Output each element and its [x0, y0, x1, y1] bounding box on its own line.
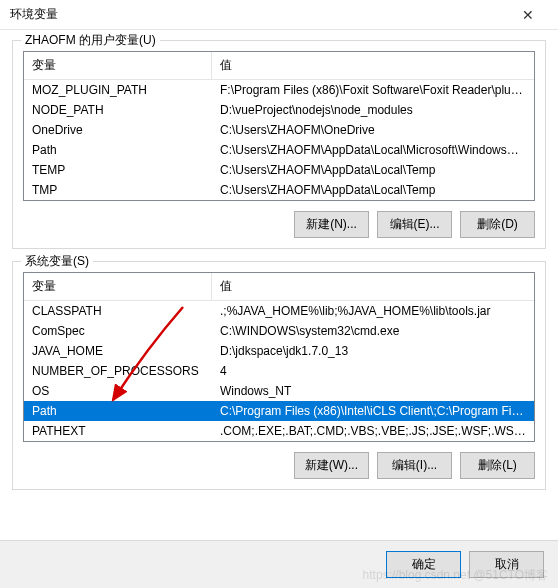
user-variables-table[interactable]: 变量 值 MOZ_PLUGIN_PATHF:\Program Files (x8…	[23, 51, 535, 201]
var-value-cell: C:\Users\ZHAOFM\AppData\Local\Microsoft\…	[212, 141, 534, 159]
titlebar: 环境变量 ✕	[0, 0, 558, 30]
var-value-cell: F:\Program Files (x86)\Foxit Software\Fo…	[212, 81, 534, 99]
table-row[interactable]: TEMPC:\Users\ZHAOFM\AppData\Local\Temp	[24, 160, 534, 180]
sys-new-button[interactable]: 新建(W)...	[294, 452, 369, 479]
var-name-cell: PATHEXT	[24, 422, 212, 440]
var-name-cell: OneDrive	[24, 121, 212, 139]
user-variables-label: ZHAOFM 的用户变量(U)	[21, 32, 160, 49]
var-name-cell: ComSpec	[24, 322, 212, 340]
column-header-variable[interactable]: 变量	[24, 273, 212, 300]
var-value-cell: C:\Users\ZHAOFM\AppData\Local\Temp	[212, 181, 534, 199]
var-name-cell: NODE_PATH	[24, 101, 212, 119]
var-value-cell: C:\Program Files (x86)\Intel\iCLS Client…	[212, 402, 534, 420]
user-new-button[interactable]: 新建(N)...	[294, 211, 369, 238]
user-vars-header: 变量 值	[24, 52, 534, 80]
var-name-cell: Path	[24, 141, 212, 159]
system-variables-table[interactable]: 变量 值 CLASSPATH.;%JAVA_HOME%\lib;%JAVA_HO…	[23, 272, 535, 442]
table-row[interactable]: NUMBER_OF_PROCESSORS4	[24, 361, 534, 381]
var-value-cell: .COM;.EXE;.BAT;.CMD;.VBS;.VBE;.JS;.JSE;.…	[212, 422, 534, 440]
table-row[interactable]: NODE_PATHD:\vueProject\nodejs\node_modul…	[24, 100, 534, 120]
var-name-cell: MOZ_PLUGIN_PATH	[24, 81, 212, 99]
var-value-cell: C:\Users\ZHAOFM\OneDrive	[212, 121, 534, 139]
table-row[interactable]: PathC:\Program Files (x86)\Intel\iCLS Cl…	[24, 401, 534, 421]
dialog-footer: 确定 取消	[0, 540, 558, 588]
table-row[interactable]: CLASSPATH.;%JAVA_HOME%\lib;%JAVA_HOME%\l…	[24, 301, 534, 321]
column-header-value[interactable]: 值	[212, 273, 534, 300]
var-value-cell: D:\vueProject\nodejs\node_modules	[212, 101, 534, 119]
var-name-cell: OS	[24, 382, 212, 400]
column-header-value[interactable]: 值	[212, 52, 534, 79]
cancel-button[interactable]: 取消	[469, 551, 544, 578]
content-area: ZHAOFM 的用户变量(U) 变量 值 MOZ_PLUGIN_PATHF:\P…	[0, 30, 558, 510]
sys-vars-header: 变量 值	[24, 273, 534, 301]
var-name-cell: Path	[24, 402, 212, 420]
table-row[interactable]: MOZ_PLUGIN_PATHF:\Program Files (x86)\Fo…	[24, 80, 534, 100]
var-name-cell: JAVA_HOME	[24, 342, 212, 360]
user-vars-buttons: 新建(N)... 编辑(E)... 删除(D)	[23, 211, 535, 238]
user-edit-button[interactable]: 编辑(E)...	[377, 211, 452, 238]
table-row[interactable]: OneDriveC:\Users\ZHAOFM\OneDrive	[24, 120, 534, 140]
close-icon: ✕	[522, 7, 534, 23]
table-row[interactable]: ComSpecC:\WINDOWS\system32\cmd.exe	[24, 321, 534, 341]
var-name-cell: TMP	[24, 181, 212, 199]
table-row[interactable]: JAVA_HOMED:\jdkspace\jdk1.7.0_13	[24, 341, 534, 361]
var-value-cell: Windows_NT	[212, 382, 534, 400]
var-name-cell: NUMBER_OF_PROCESSORS	[24, 362, 212, 380]
var-value-cell: D:\jdkspace\jdk1.7.0_13	[212, 342, 534, 360]
var-name-cell: TEMP	[24, 161, 212, 179]
table-row[interactable]: PATHEXT.COM;.EXE;.BAT;.CMD;.VBS;.VBE;.JS…	[24, 421, 534, 441]
sys-edit-button[interactable]: 编辑(I)...	[377, 452, 452, 479]
ok-button[interactable]: 确定	[386, 551, 461, 578]
var-value-cell: .;%JAVA_HOME%\lib;%JAVA_HOME%\lib\tools.…	[212, 302, 534, 320]
window-close-button[interactable]: ✕	[508, 1, 548, 29]
user-delete-button[interactable]: 删除(D)	[460, 211, 535, 238]
column-header-variable[interactable]: 变量	[24, 52, 212, 79]
table-row[interactable]: TMPC:\Users\ZHAOFM\AppData\Local\Temp	[24, 180, 534, 200]
table-row[interactable]: OSWindows_NT	[24, 381, 534, 401]
var-name-cell: CLASSPATH	[24, 302, 212, 320]
table-row[interactable]: PathC:\Users\ZHAOFM\AppData\Local\Micros…	[24, 140, 534, 160]
var-value-cell: C:\Users\ZHAOFM\AppData\Local\Temp	[212, 161, 534, 179]
sys-vars-buttons: 新建(W)... 编辑(I)... 删除(L)	[23, 452, 535, 479]
var-value-cell: C:\WINDOWS\system32\cmd.exe	[212, 322, 534, 340]
system-variables-label: 系统变量(S)	[21, 253, 93, 270]
window-title: 环境变量	[10, 6, 58, 23]
user-variables-group: ZHAOFM 的用户变量(U) 变量 值 MOZ_PLUGIN_PATHF:\P…	[12, 40, 546, 249]
var-value-cell: 4	[212, 362, 534, 380]
system-variables-group: 系统变量(S) 变量 值 CLASSPATH.;%JAVA_HOME%\lib;…	[12, 261, 546, 490]
sys-delete-button[interactable]: 删除(L)	[460, 452, 535, 479]
